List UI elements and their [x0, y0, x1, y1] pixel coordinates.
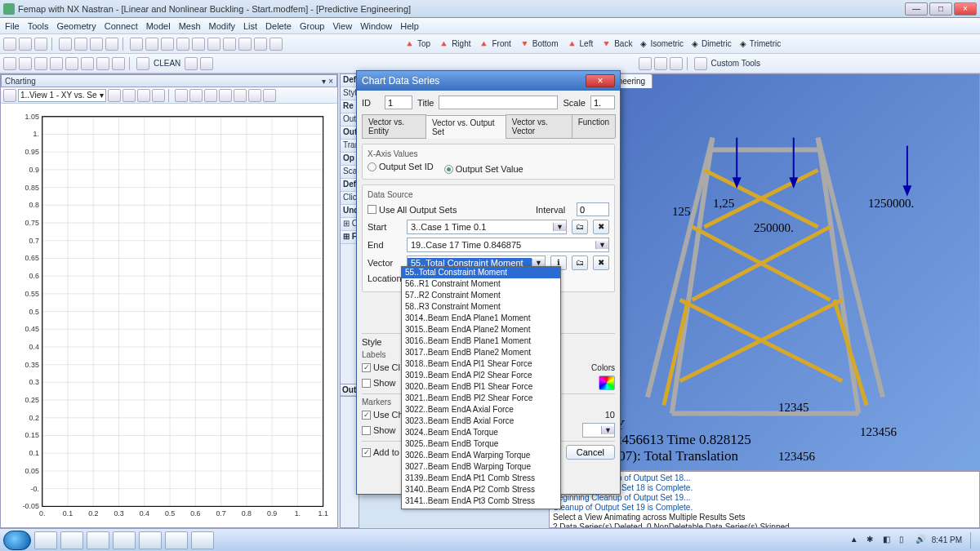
chart-tool-icon[interactable]	[175, 89, 188, 102]
menu-delete[interactable]: Delete	[265, 21, 292, 31]
view-isometric-button[interactable]: ◈Isometric	[638, 39, 688, 48]
dropdown-item[interactable]: 3025..Beam EndB Torque	[402, 438, 560, 450]
tool-icon[interactable]	[130, 38, 143, 51]
tray-volume-icon[interactable]: 🔊	[915, 535, 927, 546]
dialog-tab[interactable]: Vector vs. Entity	[362, 114, 426, 138]
menu-model[interactable]: Model	[146, 21, 171, 31]
view-front-button[interactable]: 🔺Front	[476, 39, 514, 48]
dropdown-item[interactable]: 3017..Beam EndB Plane2 Moment	[402, 347, 560, 358]
dropdown-item[interactable]: 57..R2 Constraint Moment	[402, 290, 560, 301]
view-trimetric-button[interactable]: ◈Trimetric	[737, 39, 786, 48]
custom-tools-label[interactable]: Custom Tools	[710, 59, 762, 68]
taskbar-app-icon[interactable]	[191, 531, 214, 549]
id-input[interactable]	[385, 96, 412, 109]
marker-combo[interactable]: ▼	[582, 423, 615, 438]
view-bottom-button[interactable]: 🔻Bottom	[517, 39, 563, 48]
custom-tools-icon[interactable]	[694, 57, 707, 70]
dropdown-item[interactable]: 3015..Beam EndA Plane2 Moment	[402, 324, 560, 335]
panel-pin-icon[interactable]: ▾ ×	[322, 77, 333, 86]
end-combo[interactable]: 19..Case 17 Time 0.846875▼	[407, 238, 609, 252]
tool-icon[interactable]	[192, 38, 205, 51]
dropdown-item[interactable]: 3027..Beam EndB Warping Torque	[402, 461, 560, 473]
tool-icon[interactable]	[161, 38, 174, 51]
pick-icon[interactable]: 🗂	[572, 256, 588, 270]
tool-icon[interactable]	[105, 38, 118, 51]
show-labels-check[interactable]: Show	[362, 378, 396, 388]
menu-modify[interactable]: Modify	[209, 21, 235, 31]
menu-mesh[interactable]: Mesh	[179, 21, 201, 31]
minimize-button[interactable]: —	[905, 2, 928, 16]
dialog-tab[interactable]: Vector vs. Vector	[506, 114, 572, 138]
chart-tool-icon[interactable]	[263, 89, 276, 102]
show-markers-check[interactable]: Show	[362, 425, 396, 435]
taskbar-app-icon[interactable]	[60, 531, 83, 549]
taskbar-app-icon[interactable]	[87, 531, 109, 549]
chart-view-selector[interactable]: 1..View 1 - XY vs. Se▾	[18, 89, 106, 102]
dropdown-item[interactable]: 3139..Beam EndA Pt1 Comb Stress	[402, 473, 560, 484]
chevron-down-icon[interactable]: ▼	[601, 426, 614, 434]
taskbar-app-icon[interactable]	[139, 531, 162, 549]
use-all-outputsets-check[interactable]: Use All Output Sets	[368, 205, 457, 215]
vector-dropdown-list[interactable]: 55..Total Constraint Moment56..R1 Constr…	[401, 266, 561, 509]
tool-icon[interactable]	[670, 57, 683, 70]
tool-icon[interactable]	[50, 57, 63, 70]
tray-clock[interactable]: 8:41 PM	[932, 535, 962, 544]
view-right-button[interactable]: 🔺Right	[436, 39, 474, 48]
dialog-tab[interactable]: Vector vs. Output Set	[425, 115, 506, 139]
tool-icon[interactable]	[65, 57, 78, 70]
taskbar-app-icon[interactable]	[165, 531, 188, 549]
tool-icon[interactable]	[145, 38, 158, 51]
menu-help[interactable]: Help	[400, 21, 419, 31]
start-combo[interactable]: 3..Case 1 Time 0.1▼	[407, 220, 567, 234]
dropdown-item[interactable]: 3023..Beam EndB Axial Force	[402, 415, 560, 427]
chart-tool-icon[interactable]	[189, 89, 203, 102]
taskbar-app-icon[interactable]	[113, 531, 136, 549]
menu-group[interactable]: Group	[300, 21, 325, 31]
tool-icon[interactable]	[19, 57, 32, 70]
tool-icon[interactable]	[34, 38, 47, 51]
dropdown-item[interactable]: 3016..Beam EndB Plane1 Moment	[402, 335, 560, 347]
tray-flag-icon[interactable]: ▲	[850, 535, 862, 546]
tray-network-icon[interactable]: ◧	[883, 535, 894, 546]
clear-icon[interactable]: ✖	[593, 256, 609, 270]
menu-geometry[interactable]: Geometry	[56, 21, 96, 31]
tool-icon[interactable]	[270, 38, 283, 51]
pick-icon[interactable]: 🗂	[572, 220, 588, 234]
dropdown-item[interactable]: 3140..Beam EndA Pt2 Comb Stress	[402, 484, 560, 495]
taskbar-app-icon[interactable]	[34, 531, 57, 549]
dropdown-item[interactable]: 55..Total Constraint Moment	[402, 267, 560, 278]
tool-icon[interactable]	[639, 57, 652, 70]
dropdown-item[interactable]: 3019..Beam EndA Pl2 Shear Force	[402, 370, 560, 381]
chart-tool-icon[interactable]	[234, 89, 247, 102]
interval-input[interactable]	[577, 202, 609, 216]
view-dimetric-button[interactable]: ◈Dimetric	[689, 39, 736, 48]
title-input[interactable]	[439, 96, 558, 109]
view-back-button[interactable]: 🔻Back	[599, 39, 636, 48]
dialog-tab[interactable]: Function	[572, 114, 616, 138]
dialog-titlebar[interactable]: Chart Data Series ×	[357, 71, 620, 91]
tool-icon[interactable]	[223, 38, 236, 51]
use-chart-markers-check[interactable]: ✓Use Ch	[362, 410, 403, 420]
chart-tool-icon[interactable]	[204, 89, 217, 102]
chevron-down-icon[interactable]: ▼	[553, 223, 566, 231]
dropdown-item[interactable]: 3024..Beam EndA Torque	[402, 427, 560, 438]
maximize-button[interactable]: □	[929, 2, 952, 16]
cancel-button[interactable]: Cancel	[566, 445, 615, 460]
tool-icon[interactable]	[3, 57, 16, 70]
dropdown-item[interactable]: 56..R1 Constraint Moment	[402, 278, 560, 290]
radio-output-set-id[interactable]: Output Set ID	[368, 162, 434, 171]
dialog-close-button[interactable]: ×	[586, 74, 615, 87]
view-top-button[interactable]: 🔺Top	[402, 39, 434, 48]
chart-tool-icon[interactable]	[137, 89, 150, 102]
dropdown-item[interactable]: 3014..Beam EndA Plane1 Moment	[402, 313, 560, 324]
tool-icon[interactable]	[34, 57, 47, 70]
start-orb[interactable]	[3, 531, 31, 550]
tool-icon[interactable]	[238, 38, 252, 51]
view-left-button[interactable]: 🔺Left	[564, 39, 598, 48]
dropdown-item[interactable]: 3141..Beam EndA Pt3 Comb Stress	[402, 495, 560, 507]
dropdown-item[interactable]: 3142..Beam EndA Pt4 Comb Stress	[402, 507, 560, 509]
tool-icon[interactable]	[74, 38, 87, 51]
tool-icon[interactable]	[96, 57, 109, 70]
dropdown-item[interactable]: 3022..Beam EndA Axial Force	[402, 404, 560, 415]
menu-connect[interactable]: Connect	[105, 21, 138, 31]
